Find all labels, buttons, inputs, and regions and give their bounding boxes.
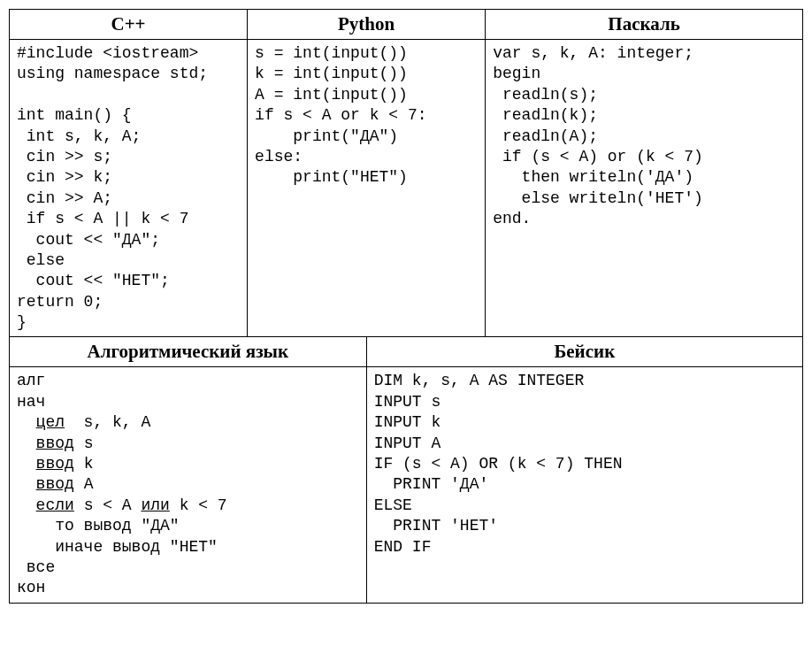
code-algo-cell: алг нач цел s, k, A ввод s ввод k ввод A…	[10, 367, 367, 603]
header-cpp: C++	[10, 10, 248, 40]
code-basic-cell: DIM k, s, A AS INTEGER INPUT s INPUT k I…	[366, 367, 802, 603]
header-algo: Алгоритмический язык	[10, 337, 367, 367]
code-pascal: var s, k, A: integer; begin readln(s); r…	[493, 43, 795, 230]
algo-keyword: если	[36, 496, 74, 514]
code-pascal-cell: var s, k, A: integer; begin readln(s); r…	[486, 40, 803, 337]
code-python: s = int(input()) k = int(input()) A = in…	[255, 43, 478, 188]
code-table: C++ Python Паскаль #include <iostream> u…	[9, 9, 803, 604]
algo-keyword: цел	[36, 413, 65, 431]
algo-keyword: ввод	[36, 435, 74, 452]
code-algo: алг нач цел s, k, A ввод s ввод k ввод A…	[17, 371, 359, 598]
algo-keyword: ввод	[36, 475, 74, 493]
header-basic: Бейсик	[366, 337, 802, 367]
header-pascal: Паскаль	[486, 10, 803, 40]
algo-keyword: ввод	[36, 455, 74, 473]
code-cpp-cell: #include <iostream> using namespace std;…	[10, 40, 248, 337]
code-python-cell: s = int(input()) k = int(input()) A = in…	[248, 40, 486, 337]
code-cpp: #include <iostream> using namespace std;…	[17, 43, 240, 333]
top-table: C++ Python Паскаль #include <iostream> u…	[9, 9, 803, 337]
code-basic: DIM k, s, A AS INTEGER INPUT s INPUT k I…	[374, 371, 795, 558]
bottom-table: Алгоритмический язык Бейсик алг нач цел …	[9, 337, 803, 603]
header-python: Python	[248, 10, 486, 40]
algo-keyword: или	[141, 496, 169, 514]
